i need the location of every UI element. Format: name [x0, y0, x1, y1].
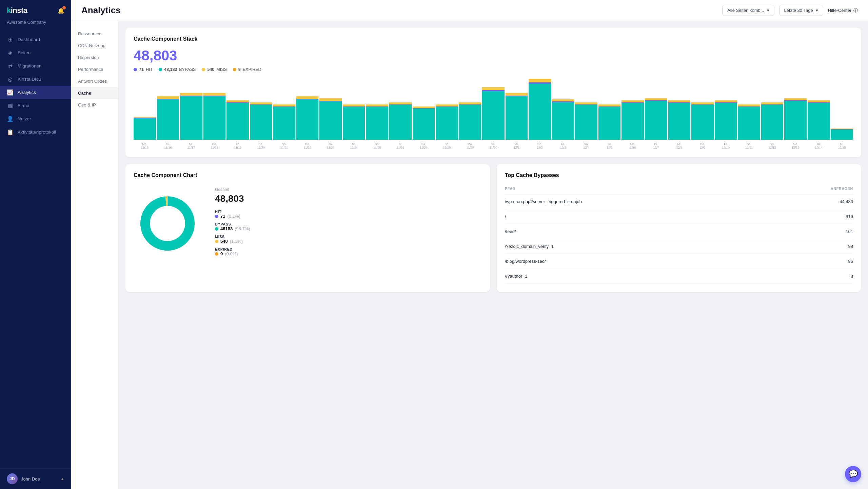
sub-nav-antwort[interactable]: Antwort Codes: [71, 75, 118, 87]
donut-legend-label: HIT: [215, 210, 250, 214]
cache-stack-title: Cache Component Stack: [134, 36, 853, 42]
bar-group: [575, 79, 597, 140]
donut-legend-count: 71: [220, 214, 225, 219]
sidebar-item-migrationen[interactable]: ⇄ Migrationen: [0, 59, 71, 73]
bar-label: Mo.11/22: [296, 142, 319, 149]
donut-legend-label: MISS: [215, 235, 250, 239]
bar-group: [482, 79, 505, 140]
dashboard-icon: ⊞: [7, 36, 14, 43]
bar-group: [226, 79, 249, 140]
bar-group: [506, 79, 528, 140]
bypass-count: 96: [848, 259, 853, 264]
sidebar-item-kinsta-dns[interactable]: ◎ Kinsta DNS: [0, 73, 71, 86]
donut-legend-label: EXPIRED: [215, 247, 250, 251]
time-filter-dropdown[interactable]: Letzte 30 Tage ▾: [779, 5, 823, 16]
donut-legend-count: 9: [220, 251, 223, 256]
sidebar-item-analytics[interactable]: 📈 Analytics: [0, 86, 71, 99]
sub-nav-geo[interactable]: Geo & IP: [71, 99, 118, 111]
cache-stack-legend: 71 HIT 48,183 BYPASS 540 MISS 9 EXPIRED: [134, 67, 853, 72]
analytics-icon: 📈: [7, 89, 14, 96]
aktivitaeten-icon: 📋: [7, 129, 14, 135]
bar-bypass: [134, 118, 156, 140]
bar-bypass: [552, 102, 574, 140]
bypass-path: /?ezoic_domain_verify=1: [505, 244, 554, 249]
info-icon: ⓘ: [853, 7, 858, 14]
pages-filter-dropdown[interactable]: Alle Seiten komb... ▾: [722, 5, 774, 16]
sidebar-item-dashboard[interactable]: ⊞ Dashboard: [0, 33, 71, 46]
bar-group: [203, 79, 226, 140]
bar-label: Mo.11/29: [459, 142, 481, 149]
donut-section: Gesamt 48,803 HIT 71 (0.1%) BYPASS 48183…: [134, 184, 482, 263]
donut-chart: [134, 190, 201, 257]
sidebar-footer[interactable]: JD John Doe ▲: [0, 468, 71, 489]
bar-bypass: [738, 107, 760, 140]
sidebar-item-aktivitaeten[interactable]: 📋 Aktivitätenprotokoll: [0, 125, 71, 139]
bar-label: Mo.12/6: [622, 142, 644, 149]
bar-miss: [203, 93, 226, 96]
bar-chart-container: Mo.11/15Di.11/16Mi.11/17Do.11/18Fr.11/19…: [134, 79, 853, 149]
chat-button[interactable]: 💬: [845, 466, 861, 482]
donut-legend-count: 540: [220, 239, 228, 244]
bar-group: [622, 79, 644, 140]
donut-legend-value: 9 (0.0%): [215, 251, 250, 256]
bar-bypass: [389, 105, 412, 140]
bar-miss: [296, 96, 319, 99]
bar-group: [552, 79, 574, 140]
bar-miss: [529, 79, 551, 82]
bar-bypass: [366, 107, 388, 140]
top-bypasses-card: Top Cache Bypasses PFAD ANFRAGEN /wp-cro…: [497, 164, 861, 292]
donut-legend-item-hit: HIT 71 (0.1%): [215, 210, 250, 219]
sidebar-item-seiten[interactable]: ◈ Seiten: [0, 46, 71, 59]
sub-nav-cache[interactable]: Cache: [71, 87, 118, 99]
bar-bypass: [319, 101, 342, 140]
bar-group: [389, 79, 412, 140]
bar-group: [366, 79, 388, 140]
help-center-label: Hilfe-Center: [828, 8, 851, 13]
cache-chart-title: Cache Component Chart: [134, 172, 482, 178]
bar-label: Do.12/9: [691, 142, 714, 149]
bar-group: [296, 79, 319, 140]
bar-group: [413, 79, 435, 140]
table-row: / 916: [505, 209, 853, 224]
donut-legend-pct: (0.0%): [225, 251, 238, 256]
bar-bypass: [645, 101, 667, 140]
bar-label: So.12/5: [598, 142, 621, 149]
sidebar-item-label: Aktivitätenprotokoll: [18, 130, 56, 135]
sub-nav-dispersion[interactable]: Dispersion: [71, 52, 118, 63]
sidebar-item-label: Nutzer: [18, 116, 31, 121]
legend-dot: [159, 68, 162, 71]
bar-label: Do.11/25: [366, 142, 388, 149]
bar-group: [319, 79, 342, 140]
bar-bypass: [831, 130, 853, 140]
bar-label: Di.11/16: [157, 142, 179, 149]
bar-group: [831, 79, 853, 140]
col-path-header: PFAD: [505, 187, 515, 191]
bar-label: Sa.11/27: [413, 142, 435, 149]
table-row: /feed/ 101: [505, 224, 853, 239]
sidebar-item-label: Kinsta DNS: [18, 77, 41, 82]
bar-label: Mo.12/13: [784, 142, 807, 149]
sidebar-item-firma[interactable]: ▦ Firma: [0, 99, 71, 112]
chevron-down-icon: ▾: [816, 8, 818, 13]
bar-group: [273, 79, 295, 140]
notification-bell[interactable]: 🔔: [58, 7, 64, 14]
bar-miss: [482, 87, 505, 90]
donut-legend-pct: (98.7%): [235, 226, 250, 231]
sub-nav-ressourcen[interactable]: Ressourcen: [71, 28, 118, 40]
bar-bypass: [157, 99, 179, 140]
nutzer-icon: 👤: [7, 116, 14, 122]
sidebar-item-nutzer[interactable]: 👤 Nutzer: [0, 112, 71, 125]
content-area: Ressourcen CDN-Nutzung Dispersion Perfor…: [71, 21, 868, 489]
donut-inner-circle: [151, 207, 184, 240]
bar-label: Mi.11/17: [180, 142, 202, 149]
bar-label: Mi.12/15: [831, 142, 853, 149]
sub-nav-cdn[interactable]: CDN-Nutzung: [71, 40, 118, 52]
sub-nav-performance[interactable]: Performance: [71, 63, 118, 75]
bar-label: Di.12/14: [808, 142, 830, 149]
avatar: JD: [7, 473, 18, 484]
bar-label: So.11/28: [436, 142, 458, 149]
bottom-row: Cache Component Chart Gesamt 48,803 HIT …: [125, 164, 861, 292]
bar-bypass: [250, 105, 272, 140]
bypass-count: 101: [846, 229, 853, 234]
help-center-link[interactable]: Hilfe-Center ⓘ: [828, 7, 858, 14]
